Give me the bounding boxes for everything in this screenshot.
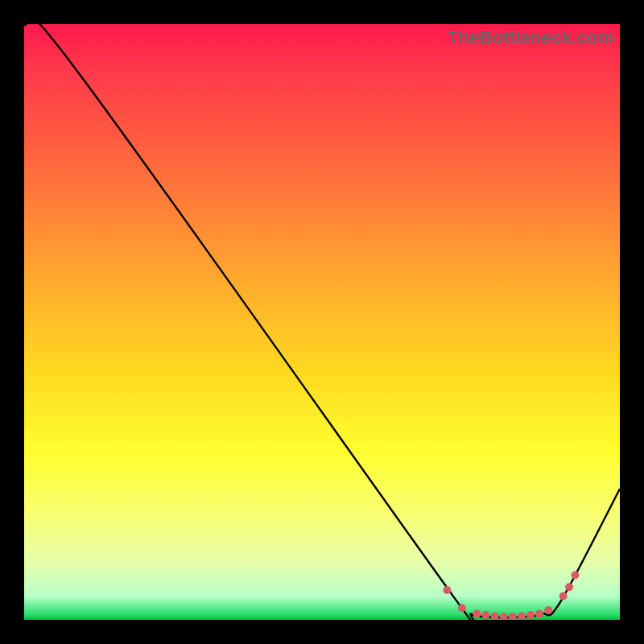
marker-point [500, 613, 508, 620]
marker-point [491, 613, 499, 620]
chart-svg [24, 24, 620, 620]
plot-area: TheBottleneck.com [24, 24, 620, 620]
chart-container: TheBottleneck.com [0, 0, 644, 644]
marker-point [559, 592, 568, 600]
watermark-text: TheBottleneck.com [448, 27, 613, 48]
marker-point [518, 613, 526, 620]
curve-line [24, 24, 620, 620]
marker-point [443, 586, 451, 594]
marker-point [572, 572, 580, 580]
marker-point [565, 583, 573, 591]
marker-point [535, 610, 543, 618]
marker-point [526, 611, 535, 619]
marker-group [443, 572, 579, 621]
marker-point [482, 611, 490, 619]
marker-point [544, 606, 552, 614]
marker-point [458, 604, 466, 612]
marker-point [473, 610, 481, 618]
marker-point [509, 613, 517, 620]
